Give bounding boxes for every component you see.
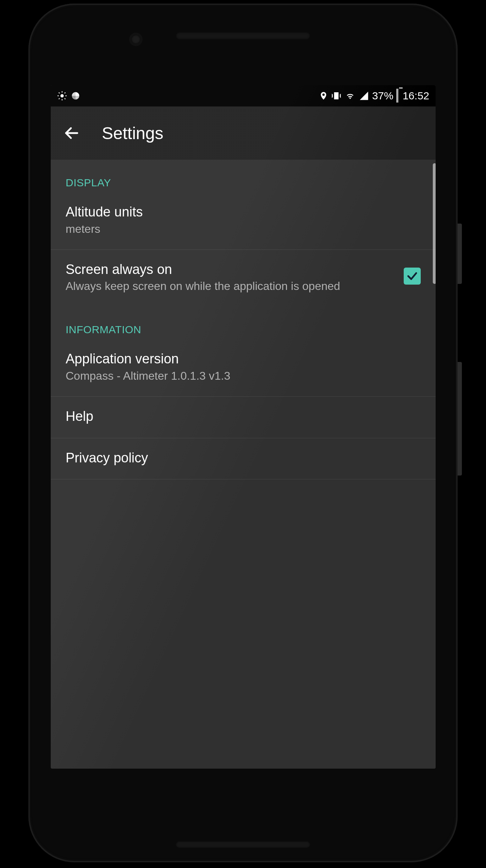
location-icon [319, 90, 328, 101]
arrow-left-icon [63, 125, 80, 142]
phone-side-button-1 [458, 224, 462, 284]
section-information-label: INFORMATION [51, 307, 436, 339]
battery-percentage: 37% [372, 90, 393, 102]
status-bar: 37% 16:52 [51, 85, 436, 106]
earpiece-speaker [176, 32, 310, 40]
row-app-version[interactable]: Application version Compass - Altimeter … [51, 339, 436, 397]
settings-list: DISPLAY Altitude units meters Screen alw… [51, 160, 436, 479]
svg-line-8 [65, 93, 65, 93]
row-subtitle: Compass - Altimeter 1.0.1.3 v1.3 [66, 368, 421, 384]
pinwheel-icon [71, 91, 81, 101]
page-title: Settings [102, 123, 163, 143]
row-title: Screen always on [66, 261, 390, 278]
battery-icon [396, 90, 398, 102]
wifi-icon [344, 91, 356, 101]
checkmark-icon [406, 270, 418, 282]
phone-side-button-2 [458, 362, 462, 476]
row-help[interactable]: Help [51, 397, 436, 438]
row-subtitle: meters [66, 221, 421, 237]
row-title: Help [66, 408, 421, 425]
screen: 37% 16:52 Settings DISPLAY [51, 85, 436, 769]
row-altitude-units[interactable]: Altitude units meters [51, 192, 436, 250]
svg-point-0 [60, 94, 63, 97]
row-title: Privacy policy [66, 450, 421, 467]
section-display-label: DISPLAY [51, 160, 436, 192]
row-subtitle: Always keep screen on while the applicat… [66, 279, 390, 294]
front-camera [131, 35, 140, 44]
screen-on-checkbox[interactable] [404, 268, 421, 285]
vibrate-icon [331, 90, 342, 101]
brightness-icon [57, 91, 67, 101]
svg-line-5 [59, 93, 60, 93]
scrollbar-thumb[interactable] [433, 163, 436, 284]
row-title: Application version [66, 351, 421, 368]
back-button[interactable] [63, 124, 81, 142]
row-screen-always-on[interactable]: Screen always on Always keep screen on w… [51, 250, 436, 307]
row-privacy-policy[interactable]: Privacy policy [51, 438, 436, 480]
row-title: Altitude units [66, 204, 421, 221]
bottom-speaker [176, 841, 310, 848]
svg-line-7 [59, 98, 60, 99]
phone-frame: 37% 16:52 Settings DISPLAY [28, 4, 458, 862]
clock-time: 16:52 [403, 90, 429, 102]
appbar: Settings [51, 106, 436, 160]
cell-signal-icon [359, 91, 369, 101]
svg-line-6 [65, 98, 65, 99]
